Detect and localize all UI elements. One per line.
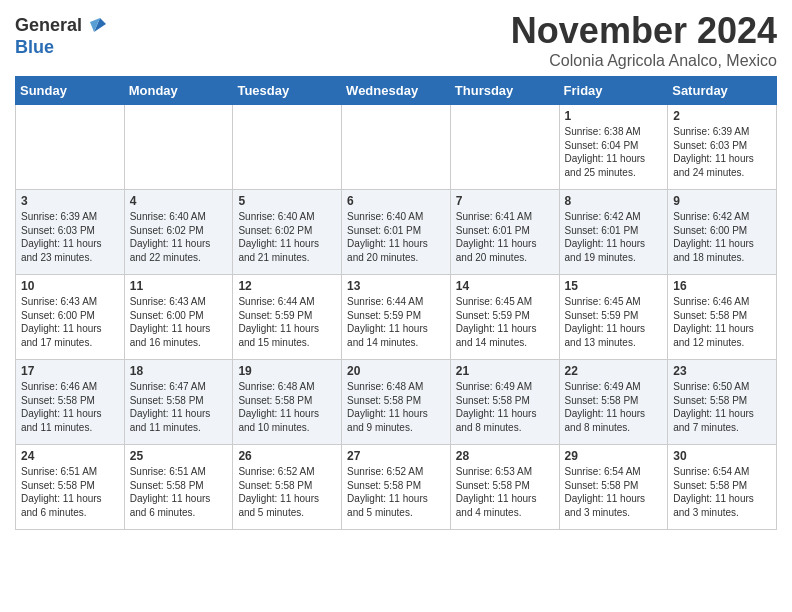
calendar-table: SundayMondayTuesdayWednesdayThursdayFrid… — [15, 76, 777, 530]
day-number: 10 — [21, 279, 119, 293]
day-number: 27 — [347, 449, 445, 463]
day-number: 14 — [456, 279, 554, 293]
day-number: 7 — [456, 194, 554, 208]
calendar-cell: 20Sunrise: 6:48 AM Sunset: 5:58 PM Dayli… — [342, 360, 451, 445]
day-number: 11 — [130, 279, 228, 293]
day-info: Sunrise: 6:49 AM Sunset: 5:58 PM Dayligh… — [565, 380, 663, 434]
header: General Blue November 2024 Colonia Agric… — [15, 10, 777, 70]
calendar-cell — [233, 105, 342, 190]
day-info: Sunrise: 6:51 AM Sunset: 5:58 PM Dayligh… — [21, 465, 119, 519]
day-info: Sunrise: 6:54 AM Sunset: 5:58 PM Dayligh… — [673, 465, 771, 519]
day-info: Sunrise: 6:45 AM Sunset: 5:59 PM Dayligh… — [565, 295, 663, 349]
weekday-header-row: SundayMondayTuesdayWednesdayThursdayFrid… — [16, 77, 777, 105]
calendar-cell: 12Sunrise: 6:44 AM Sunset: 5:59 PM Dayli… — [233, 275, 342, 360]
day-number: 1 — [565, 109, 663, 123]
day-info: Sunrise: 6:44 AM Sunset: 5:59 PM Dayligh… — [238, 295, 336, 349]
day-info: Sunrise: 6:52 AM Sunset: 5:58 PM Dayligh… — [347, 465, 445, 519]
calendar-cell — [124, 105, 233, 190]
weekday-header-monday: Monday — [124, 77, 233, 105]
day-number: 3 — [21, 194, 119, 208]
day-info: Sunrise: 6:45 AM Sunset: 5:59 PM Dayligh… — [456, 295, 554, 349]
day-number: 18 — [130, 364, 228, 378]
week-row-3: 17Sunrise: 6:46 AM Sunset: 5:58 PM Dayli… — [16, 360, 777, 445]
calendar-cell — [450, 105, 559, 190]
day-number: 5 — [238, 194, 336, 208]
day-info: Sunrise: 6:43 AM Sunset: 6:00 PM Dayligh… — [130, 295, 228, 349]
calendar-cell: 17Sunrise: 6:46 AM Sunset: 5:58 PM Dayli… — [16, 360, 125, 445]
month-title: November 2024 — [511, 10, 777, 52]
day-info: Sunrise: 6:40 AM Sunset: 6:01 PM Dayligh… — [347, 210, 445, 264]
weekday-header-sunday: Sunday — [16, 77, 125, 105]
week-row-2: 10Sunrise: 6:43 AM Sunset: 6:00 PM Dayli… — [16, 275, 777, 360]
calendar-cell: 13Sunrise: 6:44 AM Sunset: 5:59 PM Dayli… — [342, 275, 451, 360]
day-info: Sunrise: 6:46 AM Sunset: 5:58 PM Dayligh… — [673, 295, 771, 349]
day-number: 12 — [238, 279, 336, 293]
day-info: Sunrise: 6:48 AM Sunset: 5:58 PM Dayligh… — [347, 380, 445, 434]
day-info: Sunrise: 6:50 AM Sunset: 5:58 PM Dayligh… — [673, 380, 771, 434]
calendar-cell: 11Sunrise: 6:43 AM Sunset: 6:00 PM Dayli… — [124, 275, 233, 360]
calendar-cell: 2Sunrise: 6:39 AM Sunset: 6:03 PM Daylig… — [668, 105, 777, 190]
day-number: 25 — [130, 449, 228, 463]
day-number: 13 — [347, 279, 445, 293]
day-info: Sunrise: 6:53 AM Sunset: 5:58 PM Dayligh… — [456, 465, 554, 519]
calendar-cell: 19Sunrise: 6:48 AM Sunset: 5:58 PM Dayli… — [233, 360, 342, 445]
day-info: Sunrise: 6:39 AM Sunset: 6:03 PM Dayligh… — [21, 210, 119, 264]
calendar-cell: 10Sunrise: 6:43 AM Sunset: 6:00 PM Dayli… — [16, 275, 125, 360]
day-number: 19 — [238, 364, 336, 378]
day-info: Sunrise: 6:49 AM Sunset: 5:58 PM Dayligh… — [456, 380, 554, 434]
day-number: 9 — [673, 194, 771, 208]
day-number: 2 — [673, 109, 771, 123]
calendar-cell: 6Sunrise: 6:40 AM Sunset: 6:01 PM Daylig… — [342, 190, 451, 275]
day-info: Sunrise: 6:42 AM Sunset: 6:01 PM Dayligh… — [565, 210, 663, 264]
logo: General Blue — [15, 14, 110, 58]
week-row-4: 24Sunrise: 6:51 AM Sunset: 5:58 PM Dayli… — [16, 445, 777, 530]
calendar-cell: 22Sunrise: 6:49 AM Sunset: 5:58 PM Dayli… — [559, 360, 668, 445]
weekday-header-tuesday: Tuesday — [233, 77, 342, 105]
day-number: 26 — [238, 449, 336, 463]
week-row-1: 3Sunrise: 6:39 AM Sunset: 6:03 PM Daylig… — [16, 190, 777, 275]
day-number: 29 — [565, 449, 663, 463]
day-number: 20 — [347, 364, 445, 378]
day-info: Sunrise: 6:54 AM Sunset: 5:58 PM Dayligh… — [565, 465, 663, 519]
calendar-cell: 18Sunrise: 6:47 AM Sunset: 5:58 PM Dayli… — [124, 360, 233, 445]
day-info: Sunrise: 6:38 AM Sunset: 6:04 PM Dayligh… — [565, 125, 663, 179]
day-number: 28 — [456, 449, 554, 463]
logo-blue-text: Blue — [15, 38, 110, 58]
title-area: November 2024 Colonia Agricola Analco, M… — [511, 10, 777, 70]
day-info: Sunrise: 6:52 AM Sunset: 5:58 PM Dayligh… — [238, 465, 336, 519]
day-number: 8 — [565, 194, 663, 208]
day-number: 15 — [565, 279, 663, 293]
week-row-0: 1Sunrise: 6:38 AM Sunset: 6:04 PM Daylig… — [16, 105, 777, 190]
weekday-header-friday: Friday — [559, 77, 668, 105]
calendar-cell: 28Sunrise: 6:53 AM Sunset: 5:58 PM Dayli… — [450, 445, 559, 530]
calendar-cell: 26Sunrise: 6:52 AM Sunset: 5:58 PM Dayli… — [233, 445, 342, 530]
day-number: 22 — [565, 364, 663, 378]
calendar-cell: 25Sunrise: 6:51 AM Sunset: 5:58 PM Dayli… — [124, 445, 233, 530]
calendar-cell — [342, 105, 451, 190]
location-subtitle: Colonia Agricola Analco, Mexico — [511, 52, 777, 70]
calendar-cell: 16Sunrise: 6:46 AM Sunset: 5:58 PM Dayli… — [668, 275, 777, 360]
day-number: 24 — [21, 449, 119, 463]
day-info: Sunrise: 6:44 AM Sunset: 5:59 PM Dayligh… — [347, 295, 445, 349]
day-info: Sunrise: 6:47 AM Sunset: 5:58 PM Dayligh… — [130, 380, 228, 434]
calendar-cell: 9Sunrise: 6:42 AM Sunset: 6:00 PM Daylig… — [668, 190, 777, 275]
day-info: Sunrise: 6:40 AM Sunset: 6:02 PM Dayligh… — [238, 210, 336, 264]
weekday-header-wednesday: Wednesday — [342, 77, 451, 105]
day-number: 17 — [21, 364, 119, 378]
calendar-cell — [16, 105, 125, 190]
day-number: 23 — [673, 364, 771, 378]
calendar-cell: 1Sunrise: 6:38 AM Sunset: 6:04 PM Daylig… — [559, 105, 668, 190]
calendar-cell: 14Sunrise: 6:45 AM Sunset: 5:59 PM Dayli… — [450, 275, 559, 360]
weekday-header-thursday: Thursday — [450, 77, 559, 105]
calendar-cell: 3Sunrise: 6:39 AM Sunset: 6:03 PM Daylig… — [16, 190, 125, 275]
calendar-cell: 29Sunrise: 6:54 AM Sunset: 5:58 PM Dayli… — [559, 445, 668, 530]
calendar-cell: 15Sunrise: 6:45 AM Sunset: 5:59 PM Dayli… — [559, 275, 668, 360]
day-info: Sunrise: 6:46 AM Sunset: 5:58 PM Dayligh… — [21, 380, 119, 434]
calendar-cell: 8Sunrise: 6:42 AM Sunset: 6:01 PM Daylig… — [559, 190, 668, 275]
calendar-cell: 30Sunrise: 6:54 AM Sunset: 5:58 PM Dayli… — [668, 445, 777, 530]
day-info: Sunrise: 6:39 AM Sunset: 6:03 PM Dayligh… — [673, 125, 771, 179]
calendar-cell: 27Sunrise: 6:52 AM Sunset: 5:58 PM Dayli… — [342, 445, 451, 530]
day-number: 30 — [673, 449, 771, 463]
day-number: 21 — [456, 364, 554, 378]
day-number: 4 — [130, 194, 228, 208]
